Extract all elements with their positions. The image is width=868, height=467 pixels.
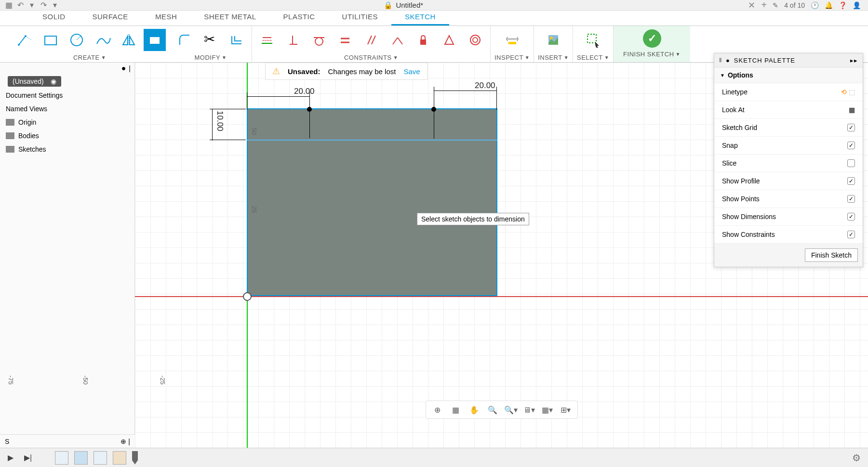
browser-unsaved[interactable]: (Unsaved) ◉ bbox=[8, 76, 61, 87]
avatar-icon[interactable]: 👤 bbox=[853, 1, 861, 9]
select-tool[interactable] bbox=[582, 29, 604, 51]
pan-icon[interactable]: ✋ bbox=[467, 403, 481, 416]
palette-sketchgrid: Sketch Grid bbox=[714, 119, 863, 137]
slice-checkbox[interactable] bbox=[847, 159, 855, 167]
palette-options-section[interactable]: ▼ Options bbox=[714, 67, 863, 83]
coincident-constraint[interactable] bbox=[386, 29, 408, 51]
inspect-label: INSPECT bbox=[494, 54, 523, 61]
undo-dropdown[interactable]: ▾ bbox=[28, 1, 36, 9]
tab-plastic[interactable]: PLASTIC bbox=[270, 9, 329, 26]
rectangle-tool[interactable] bbox=[40, 29, 62, 51]
dimension-2[interactable]: 20.00 bbox=[475, 81, 495, 91]
constraints-label: CONSTRAINTS bbox=[344, 54, 392, 61]
grid-icon[interactable]: ▦▾ bbox=[541, 403, 554, 416]
undo-icon[interactable]: ↶ bbox=[16, 1, 24, 9]
fix-constraint[interactable] bbox=[412, 29, 434, 51]
fillet-tool[interactable] bbox=[174, 29, 196, 51]
insert-label: INSERT bbox=[538, 54, 562, 61]
ruler-50: 50 bbox=[251, 128, 258, 135]
svg-line-20 bbox=[393, 38, 398, 44]
dimension-3[interactable]: 10.00 bbox=[215, 111, 225, 131]
browser-collapse-icon[interactable]: ● bbox=[121, 64, 126, 73]
palette-expand-icon[interactable]: ▸▸ bbox=[850, 57, 858, 64]
browser-sketches[interactable]: Sketches bbox=[0, 143, 134, 156]
help-icon[interactable]: ❓ bbox=[839, 1, 847, 9]
tab-utilities[interactable]: UTILITIES bbox=[329, 9, 392, 26]
zoom-icon[interactable]: 🔍 bbox=[486, 403, 499, 416]
sketchgrid-checkbox[interactable] bbox=[847, 124, 855, 131]
showpoints-checkbox[interactable] bbox=[847, 195, 855, 203]
close-icon[interactable]: ✕ bbox=[748, 0, 755, 11]
timeline-item-2[interactable] bbox=[74, 451, 88, 465]
spline-tool[interactable] bbox=[92, 29, 114, 51]
palette-collapse-icon[interactable]: ● bbox=[726, 57, 730, 64]
snap-checkbox[interactable] bbox=[847, 142, 855, 149]
browser-handle-icon[interactable]: | bbox=[129, 65, 131, 72]
tangent-constraint[interactable] bbox=[308, 29, 330, 51]
trim-tool[interactable]: ✂ bbox=[200, 29, 222, 51]
lookat-icon[interactable]: ▦ bbox=[849, 106, 855, 114]
lookat-icon[interactable]: ▦ bbox=[449, 403, 463, 416]
add-tab-icon[interactable]: + bbox=[761, 0, 767, 11]
timeline-end-icon[interactable]: ▶| bbox=[22, 452, 34, 464]
timeline-item-1[interactable] bbox=[55, 451, 68, 465]
redo-icon[interactable]: ↷ bbox=[40, 1, 47, 9]
browser-doc-settings[interactable]: Document Settings bbox=[0, 89, 134, 102]
ruler-n75: -75 bbox=[7, 376, 14, 385]
dimension-tool[interactable] bbox=[144, 29, 166, 51]
clock-icon[interactable]: 🕐 bbox=[811, 1, 819, 9]
browser-origin[interactable]: Origin bbox=[0, 116, 134, 129]
tab-mesh[interactable]: MESH bbox=[142, 9, 190, 26]
save-icon[interactable]: ▦ bbox=[5, 1, 13, 9]
finish-sketch-button[interactable]: Finish Sketch bbox=[805, 248, 858, 262]
tab-sketch[interactable]: SKETCH bbox=[391, 9, 449, 26]
redo-dropdown[interactable]: ▾ bbox=[51, 1, 59, 9]
viewport-icon[interactable]: ⊞▾ bbox=[559, 403, 573, 416]
timeline-item-3[interactable] bbox=[93, 451, 107, 465]
save-link[interactable]: Save bbox=[403, 67, 420, 76]
horizontal-constraint[interactable] bbox=[256, 29, 278, 51]
sketch-rectangle[interactable] bbox=[247, 108, 497, 296]
showconstraints-checkbox[interactable] bbox=[847, 231, 855, 238]
timeline-play-icon[interactable]: ▶ bbox=[5, 452, 16, 464]
palette-grip-icon[interactable]: ⦀ bbox=[719, 56, 722, 64]
origin-point[interactable] bbox=[243, 292, 252, 301]
insert-tool[interactable] bbox=[542, 29, 564, 51]
tab-sheetmetal[interactable]: SHEET METAL bbox=[190, 9, 269, 26]
browser-named-views[interactable]: Named Views bbox=[0, 102, 134, 116]
perpendicular-constraint[interactable] bbox=[282, 29, 304, 51]
bell-icon[interactable]: 🔔 bbox=[825, 1, 833, 9]
symmetric-constraint[interactable] bbox=[438, 29, 460, 51]
equal-constraint[interactable] bbox=[334, 29, 356, 51]
inspect-tool[interactable] bbox=[501, 29, 523, 51]
showprofile-checkbox[interactable] bbox=[847, 177, 855, 185]
orbit-icon[interactable]: ⊕ bbox=[431, 403, 444, 416]
parallel-constraint[interactable] bbox=[360, 29, 382, 51]
timeline-marker[interactable] bbox=[132, 451, 138, 465]
circle-tool[interactable] bbox=[66, 29, 88, 51]
extensions-icon[interactable]: ✎ bbox=[773, 1, 778, 9]
palette-snap: Snap bbox=[714, 137, 863, 155]
svg-line-3 bbox=[26, 36, 31, 40]
offset-tool[interactable] bbox=[226, 29, 248, 51]
browser-bodies[interactable]: Bodies bbox=[0, 129, 134, 143]
showdimensions-checkbox[interactable] bbox=[847, 213, 855, 221]
concentric-constraint[interactable] bbox=[464, 29, 486, 51]
timeline-item-4[interactable] bbox=[113, 451, 126, 465]
comments-handle-icon[interactable]: | bbox=[128, 438, 130, 445]
tab-surface[interactable]: SURFACE bbox=[79, 9, 142, 26]
svg-rect-4 bbox=[45, 36, 56, 45]
sketch-line[interactable] bbox=[247, 140, 497, 141]
tab-solid[interactable]: SOLID bbox=[29, 9, 79, 26]
linetype-icon-1[interactable]: ⟲ bbox=[841, 88, 847, 96]
fit-icon[interactable]: 🔍▾ bbox=[504, 403, 518, 416]
finish-sketch-group[interactable]: ✓ FINISH SKETCH▼ bbox=[614, 26, 690, 62]
display-icon[interactable]: 🖥▾ bbox=[522, 403, 536, 416]
line-tool[interactable] bbox=[13, 29, 36, 51]
svg-line-19 bbox=[372, 36, 375, 44]
linetype-icon-2[interactable]: ⬚ bbox=[849, 88, 855, 96]
dimension-1[interactable]: 20.00 bbox=[294, 87, 315, 96]
settings-gear-icon[interactable]: ⚙ bbox=[852, 452, 861, 464]
mirror-tool[interactable] bbox=[118, 29, 140, 51]
comments-add-icon[interactable]: ⊕ bbox=[120, 438, 126, 445]
